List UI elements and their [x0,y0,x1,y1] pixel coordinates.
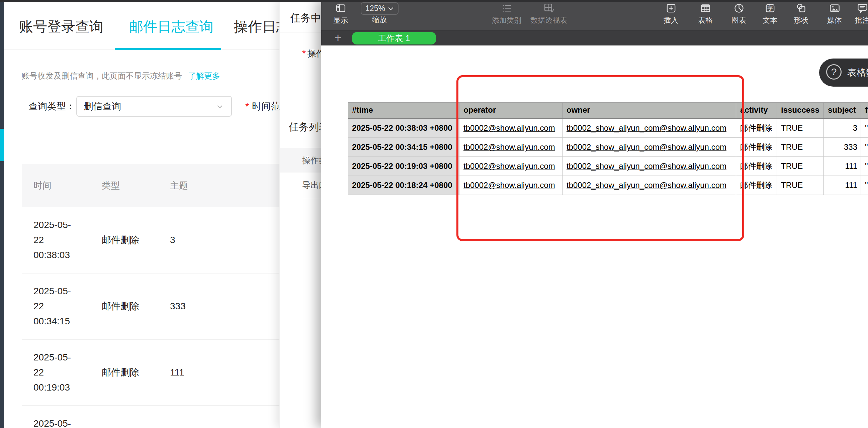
log-row-time: 2025-05-2200:38:03 [33,217,71,262]
col-header-subject: 主题 [170,164,188,207]
sheet-header-time[interactable]: #time [348,103,459,118]
tab-bar: 账号登录查询邮件日志查询操作日志 [4,0,279,50]
sheet-tab-worksheet1[interactable]: 工作表 1 [352,32,436,44]
sheet-tab-bar: + 工作表 1 [321,31,868,45]
log-table-header: 时间 类型 主题 [22,164,279,207]
learn-more-link[interactable]: 了解更多 [188,71,220,80]
log-row-subject: 333 [170,301,186,311]
sheet-cell-issuccess[interactable]: TRUE [777,119,824,137]
divider [280,32,321,32]
sheet-cell-activity[interactable]: 邮件删除 [736,176,777,195]
task-list-heading: 任务列表 [289,120,321,134]
query-type-value: 删信查询 [84,97,121,116]
sheet-cell-owner[interactable]: tb0002_show_aliyun_com@show.aliyun.com [562,119,736,137]
page-notice: 账号收发及删信查询，此页面不显示冻结账号了解更多 [22,71,220,81]
sheet-cell-issuccess[interactable]: TRUE [777,176,824,195]
log-table-row: 2025-05-2200:19:03邮件删除111 [22,340,279,406]
screen: 账号登录查询邮件日志查询操作日志 账号收发及删信查询，此页面不显示冻结账号了解更… [0,0,868,428]
left-edge-rail [0,0,4,428]
query-form-row: 查询类型： 删信查询 * 时间范围 [4,96,279,117]
log-table-row: 2025-05-2200:34:15邮件删除333 [22,273,279,340]
query-type-label: 查询类型： [28,96,75,117]
svg-text:字: 字 [767,5,773,11]
sheet-row: 2025-05-22 00:38:03 +0800tb0002@show.ali… [348,119,868,138]
notice-text: 账号收发及删信查询，此页面不显示冻结账号 [22,71,182,80]
log-row-subject: 3 [170,235,175,245]
sheet-row: 2025-05-22 00:34:15 +0800tb0002@show.ali… [348,138,868,157]
sheet-cell-operator[interactable]: tb0002@show.aliyun.com [459,138,562,157]
drawer-form-field: * 操作类型 [280,47,321,60]
sheet-cell-owner[interactable]: tb0002_show_aliyun_com@show.aliyun.com [562,176,736,195]
sheet-cell-subject[interactable]: 333 [824,138,861,157]
window-top-edge [0,0,868,2]
toolbar-zoom-button[interactable]: 125%缩放 [353,0,406,30]
sheet-cell-subject[interactable]: 111 [824,157,861,175]
sheet-header-issuccess[interactable]: issuccess [777,103,824,118]
numbers-toolbar: 显示125%缩放添加类别数据透视表插入表格图表字文本形状媒体批注 [321,0,868,31]
col-header-time: 时间 [33,164,52,207]
log-row-time: 2025-05-2200:19:03 [33,350,71,395]
sheet-cell-operator[interactable]: tb0002@show.aliyun.com [459,176,562,195]
numbers-window: 显示125%缩放添加类别数据透视表插入表格图表字文本形状媒体批注 + 工作表 1… [321,0,868,428]
help-pill-label: 表格数据 [847,59,868,87]
spreadsheet-table: #timeoperatorowneractivityissuccesssubje… [348,102,868,195]
log-row-type: 邮件删除 [102,366,139,379]
log-row-type: 邮件删除 [102,300,139,312]
zoom-level-value: 125% [365,4,385,13]
log-row-time: 2025-05-2200:34:15 [33,284,71,329]
sheet-cell-issuccess[interactable]: TRUE [777,157,824,175]
sheet-row: 2025-05-22 00:18:24 +0800tb0002@show.ali… [348,176,868,195]
sheet-cell-from[interactable]: " [861,157,868,175]
log-table-row: 2025-05- [22,406,279,428]
toolbar-comment-button[interactable]: 批注 [836,0,868,30]
sheet-cell-time[interactable]: 2025-05-22 00:38:03 +0800 [348,119,459,137]
log-table-body: 2025-05-2200:38:03邮件删除32025-05-2200:34:1… [22,207,279,428]
sheet-cell-issuccess[interactable]: TRUE [777,138,824,157]
task-list-item[interactable]: 操作类型 [280,148,321,172]
log-row-type: 邮件删除 [102,234,139,246]
sheet-header-subject[interactable]: subject [824,103,861,118]
col-header-type: 类型 [102,164,120,207]
sheet-cell-activity[interactable]: 邮件删除 [736,119,777,137]
sheet-cell-from[interactable]: " [861,138,868,157]
tab-1[interactable]: 账号登录查询 [19,18,103,36]
toolbar-label: 批注 [836,17,868,24]
sheet-cell-subject[interactable]: 111 [824,176,861,195]
sheet-cell-time[interactable]: 2025-05-22 00:19:03 +0800 [348,157,459,175]
sheet-header-operator[interactable]: operator [459,103,562,118]
sheet-header-owner[interactable]: owner [562,103,736,118]
log-table-row: 2025-05-2200:38:03邮件删除3 [22,207,279,273]
sheet-cell-owner[interactable]: tb0002_show_aliyun_com@show.aliyun.com [562,138,736,157]
tab-2[interactable]: 邮件日志查询 [129,18,214,36]
query-type-select[interactable]: 删信查询 [76,96,232,117]
sheet-cell-time[interactable]: 2025-05-22 00:18:24 +0800 [348,176,459,195]
required-asterisk: * [302,47,306,60]
table-data-help-button[interactable]: ? 表格数据 [819,59,868,87]
tab-3[interactable]: 操作日志 [234,18,279,36]
sheet-cell-owner[interactable]: tb0002_show_aliyun_com@show.aliyun.com [562,157,736,175]
sheet-cell-from[interactable]: " [861,176,868,195]
sheet-cell-operator[interactable]: tb0002@show.aliyun.com [459,157,562,175]
sheet-cell-from[interactable]: " [861,119,868,137]
mail-admin-page: 账号登录查询邮件日志查询操作日志 账号收发及删信查询，此页面不显示冻结账号了解更… [4,0,279,428]
sheet-cell-operator[interactable]: tb0002@show.aliyun.com [459,119,562,137]
time-range-label: 时间范围 [252,96,279,117]
task-list-item[interactable]: 导出邮件 [280,172,321,197]
drawer-title: 任务中心 [290,11,321,25]
sheet-cell-activity[interactable]: 邮件删除 [736,138,777,157]
add-sheet-button[interactable]: + [331,31,345,45]
toolbar-label: 数据透视表 [522,17,576,24]
sheet-header-activity[interactable]: activity [736,103,777,118]
toolbar-pivot-button: 数据透视表 [522,0,576,30]
sheet-header-from[interactable]: from [861,103,868,118]
drawer-field-label: 操作类型 [308,47,321,60]
active-tab-underline [115,48,221,50]
left-rail-accent [0,129,4,161]
sheet-cell-subject[interactable]: 3 [824,119,861,137]
sheet-cell-time[interactable]: 2025-05-22 00:34:15 +0800 [348,138,459,157]
zoom-level-dropdown[interactable]: 125% [361,2,399,15]
pivot-icon [522,0,576,15]
chevron-down-icon [216,103,224,111]
sheet-cell-activity[interactable]: 邮件删除 [736,157,777,175]
task-center-drawer: 任务中心 * 操作类型 任务列表 操作类型导出邮件 [279,0,321,428]
